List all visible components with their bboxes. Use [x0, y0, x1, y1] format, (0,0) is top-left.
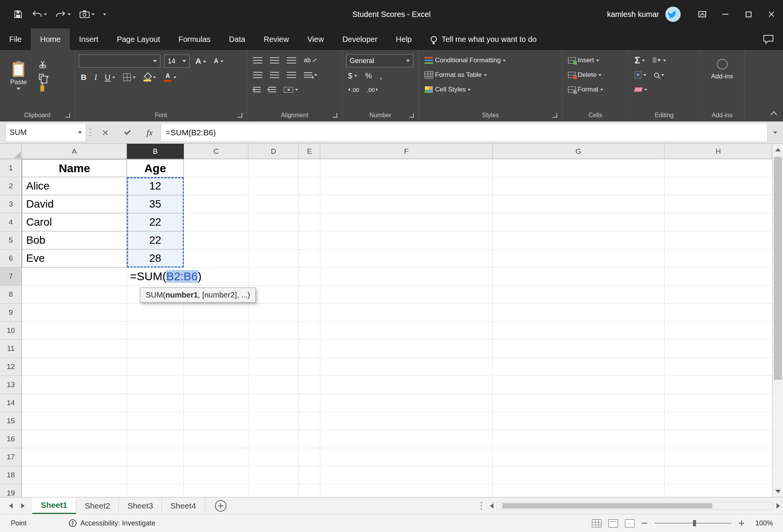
sheet-tab-sheet1[interactable]: Sheet1 — [32, 497, 76, 514]
menu-tab-formulas[interactable]: Formulas — [169, 28, 220, 50]
column-header-B[interactable]: B — [127, 144, 184, 159]
sheet-nav-right-button[interactable] — [21, 503, 25, 509]
cell-D13[interactable] — [248, 376, 299, 394]
cell-G19[interactable] — [493, 484, 665, 497]
cell-G2[interactable] — [493, 177, 665, 195]
cell-A13[interactable] — [22, 376, 127, 394]
cell-E11[interactable] — [299, 340, 320, 358]
cell-G13[interactable] — [493, 376, 665, 394]
decrease-decimal-button[interactable]: .00 — [365, 85, 380, 94]
cell-G9[interactable] — [493, 304, 665, 322]
cell-B9[interactable] — [127, 304, 184, 322]
cell-G12[interactable] — [493, 358, 665, 376]
add-ins-button[interactable]: Add-ins — [711, 73, 733, 80]
cell-B16[interactable] — [127, 430, 184, 448]
font-size-combo[interactable]: 14 — [164, 55, 190, 68]
horizontal-scroll-thumb[interactable] — [502, 503, 712, 509]
select-all-button[interactable] — [0, 144, 22, 159]
normal-view-button[interactable] — [592, 519, 601, 527]
cell-H5[interactable] — [665, 231, 772, 249]
cancel-button[interactable] — [94, 121, 116, 143]
cell-C3[interactable] — [184, 195, 248, 213]
cell-D3[interactable] — [248, 195, 299, 213]
row-header-15[interactable]: 15 — [0, 412, 22, 430]
cell-F12[interactable] — [320, 358, 493, 376]
row-header-11[interactable]: 11 — [0, 340, 22, 358]
increase-font-size-button[interactable]: A — [193, 55, 208, 67]
cell-F19[interactable] — [320, 484, 493, 497]
minimize-button[interactable] — [714, 0, 737, 28]
row-header-14[interactable]: 14 — [0, 394, 22, 412]
row-header-16[interactable]: 16 — [0, 430, 22, 448]
cell-G7[interactable] — [493, 268, 665, 286]
cell-D7[interactable] — [248, 268, 299, 286]
new-sheet-button[interactable] — [215, 497, 227, 514]
cell-F6[interactable] — [320, 249, 493, 268]
tell-me-box[interactable]: Tell me what you want to do — [431, 28, 536, 50]
cell-G15[interactable] — [493, 412, 665, 430]
cell-D16[interactable] — [248, 430, 299, 448]
menu-tab-page-layout[interactable]: Page Layout — [108, 28, 169, 50]
cell-H19[interactable] — [665, 484, 772, 497]
redo-dropdown-icon[interactable] — [68, 13, 71, 15]
accessibility-status[interactable]: Accessibility: Investigate — [69, 519, 155, 527]
currency-format-button[interactable]: $ — [346, 70, 359, 81]
cell-G4[interactable] — [493, 213, 665, 231]
menu-tab-help[interactable]: Help — [387, 28, 421, 50]
cell-B4[interactable]: 22 — [127, 213, 184, 231]
percent-format-button[interactable]: % — [363, 70, 374, 81]
cell-D2[interactable] — [248, 177, 299, 195]
cell-A14[interactable] — [22, 394, 127, 412]
cell-B13[interactable] — [127, 376, 184, 394]
cell-F10[interactable] — [320, 322, 493, 340]
cell-H10[interactable] — [665, 322, 772, 340]
formula-bar-expand-button[interactable] — [768, 121, 783, 143]
sheet-bar-resize-handle[interactable] — [475, 497, 487, 514]
cell-G3[interactable] — [493, 195, 665, 213]
cell-H8[interactable] — [665, 286, 772, 304]
cell-H1[interactable] — [665, 159, 772, 177]
cell-E9[interactable] — [299, 304, 320, 322]
cell-A3[interactable]: David — [22, 195, 127, 213]
menu-tab-data[interactable]: Data — [220, 28, 254, 50]
cell-F17[interactable] — [320, 448, 493, 466]
align-top-button[interactable] — [251, 56, 264, 65]
vertical-scroll-thumb[interactable] — [774, 157, 782, 380]
column-header-E[interactable]: E — [299, 144, 320, 159]
close-button[interactable] — [760, 0, 783, 28]
cell-G10[interactable] — [493, 322, 665, 340]
number-format-combo[interactable]: General — [346, 54, 413, 67]
cell-H15[interactable] — [665, 412, 772, 430]
cell-styles-button[interactable]: Cell Styles — [423, 85, 473, 95]
cell-H17[interactable] — [665, 448, 772, 466]
italic-button[interactable]: I — [92, 71, 99, 83]
cell-D1[interactable] — [248, 159, 299, 177]
cell-B14[interactable] — [127, 394, 184, 412]
clear-button[interactable] — [633, 86, 649, 93]
cell-H18[interactable] — [665, 466, 772, 484]
cell-G17[interactable] — [493, 448, 665, 466]
cell-C5[interactable] — [184, 231, 248, 249]
cell-C10[interactable] — [184, 322, 248, 340]
row-header-6[interactable]: 6 — [0, 249, 22, 268]
insert-function-button[interactable]: fx — [138, 121, 161, 143]
column-header-G[interactable]: G — [493, 144, 665, 159]
format-cells-button[interactable]: Format — [566, 85, 605, 95]
fill-color-button[interactable] — [142, 72, 158, 83]
row-header-3[interactable]: 3 — [0, 195, 22, 213]
conditional-formatting-button[interactable]: Conditional Formatting — [423, 55, 508, 65]
find-select-button[interactable] — [652, 71, 666, 79]
page-break-view-button[interactable] — [625, 519, 635, 527]
vertical-scrollbar[interactable] — [772, 144, 783, 497]
row-header-2[interactable]: 2 — [0, 177, 22, 195]
zoom-slider-thumb[interactable] — [693, 520, 696, 526]
enter-button[interactable] — [116, 121, 138, 143]
cell-F5[interactable] — [320, 231, 493, 249]
menu-tab-insert[interactable]: Insert — [70, 28, 108, 50]
row-header-7[interactable]: 7 — [0, 268, 22, 286]
name-box[interactable]: SUM — [5, 123, 86, 142]
cell-F2[interactable] — [320, 177, 493, 195]
cell-G1[interactable] — [493, 159, 665, 177]
cell-E10[interactable] — [299, 322, 320, 340]
cell-A8[interactable] — [22, 286, 127, 304]
